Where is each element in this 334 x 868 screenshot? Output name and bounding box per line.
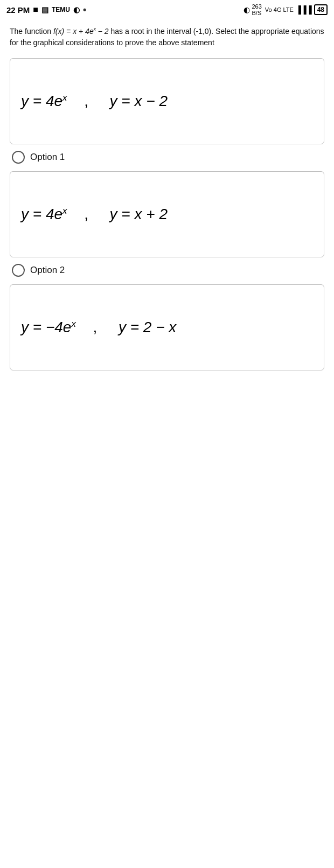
option-3-card: y = −4ex , y = 2 − x [10,284,324,370]
option-3-eq2: y = 2 − x [119,319,176,336]
facebook-icon: ■ [33,5,38,15]
option-2-row[interactable]: Option 2 [10,264,324,277]
problem-function: f(x) = x + 4ex − 2 [53,27,109,36]
main-content: The function f(x) = x + 4ex − 2 has a ro… [0,19,334,388]
status-bar: 22 PM ■ ▤ TEMU ◐ • ◐ 263 B/S Vo 4G LTE ▐… [0,0,334,19]
problem-statement: The function f(x) = x + 4ex − 2 has a ro… [10,26,324,48]
app-icon: ▤ [41,5,48,14]
option-3-eq1: y = −4ex [21,319,76,336]
option-2-math: y = 4ex , y = x + 2 [21,206,168,223]
option-2-eq2: y = x + 2 [110,206,168,223]
time: 22 PM [6,5,30,15]
option-3-math: y = −4ex , y = 2 − x [21,319,176,336]
option-3-comma: , [89,319,106,336]
network-info: 263 B/S [252,3,262,16]
option-1-card: y = 4ex , y = x − 2 [10,58,324,144]
option-1-comma: , [80,93,96,110]
temu-icon: TEMU [52,6,70,13]
status-right: ◐ 263 B/S Vo 4G LTE ▐▐▐ 48 [243,3,328,16]
problem-text-part1: The function [10,27,53,36]
option-2-eq1: y = 4ex [21,206,67,223]
option-2-radio[interactable] [12,264,25,277]
signal-bars-icon: ▐▐▐ [296,5,312,14]
signal-labels: Vo 4G LTE [265,6,294,13]
option-1-label: Option 1 [30,152,65,163]
alarm-icon: ◐ [73,5,80,14]
option-1-math: y = 4ex , y = x − 2 [21,93,168,110]
option-1-row[interactable]: Option 1 [10,151,324,164]
option-2-label: Option 2 [30,265,65,276]
option-1-radio[interactable] [12,151,25,164]
option-1-eq1: y = 4ex [21,93,67,110]
option-2-comma: , [80,206,96,223]
option-1-eq2: y = x − 2 [110,93,168,110]
status-left: 22 PM ■ ▤ TEMU ◐ • [6,4,86,16]
option-2-card: y = 4ex , y = x + 2 [10,171,324,257]
dot-icon: • [83,4,86,16]
battery-percent: 48 [314,4,328,15]
alarm-icon2: ◐ [243,5,250,14]
